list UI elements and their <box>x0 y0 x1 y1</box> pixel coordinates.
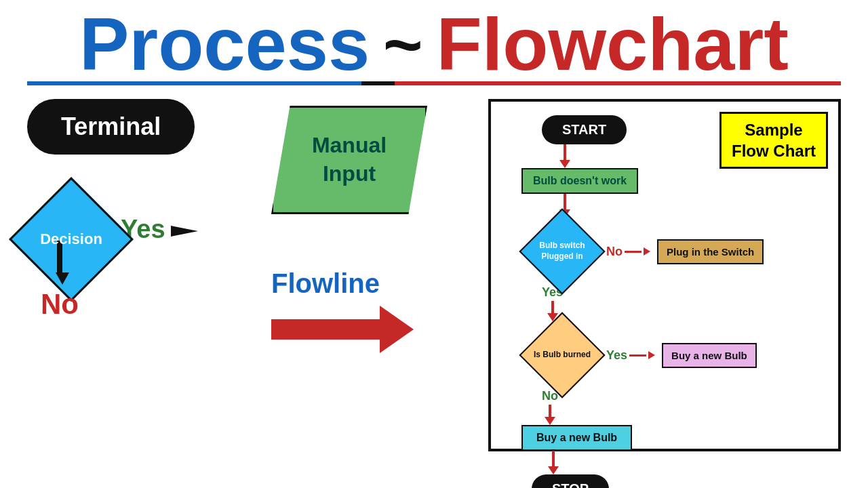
blue-rect: Buy a new Bulb <box>521 425 632 451</box>
title-process: Process <box>79 7 370 81</box>
blue-rect-container: Buy a new Bulb <box>521 425 632 451</box>
decision2-wrapper: Is Bulb burned <box>521 321 603 389</box>
h-line-yes2 <box>629 354 646 357</box>
no-label: No <box>41 288 79 321</box>
h-line-no1 <box>625 251 642 253</box>
arrow-rect-to-stop <box>552 451 555 468</box>
main-content: Terminal Decision No Yes Ma <box>0 85 868 465</box>
h-arrowhead-yes2 <box>648 351 655 359</box>
decision-label: Decision <box>27 195 115 283</box>
step1-rect: Bulb doesn't work <box>521 168 638 194</box>
stop-node: STOP <box>532 474 609 488</box>
no1-label: No <box>606 245 623 259</box>
decision-container: Decision No Yes <box>27 195 244 283</box>
arrow-head-icon <box>380 306 414 353</box>
decision2-label: Is Bulb burned <box>534 350 591 361</box>
terminal-container: Terminal <box>27 99 244 155</box>
arrow-start-to-step1 <box>564 144 566 161</box>
h-arrowhead-no1 <box>644 247 650 256</box>
header: Process ~ Flowchart <box>0 0 868 81</box>
yes2-label: Yes <box>606 348 627 363</box>
manual-input-shape: ManualInput <box>271 106 427 214</box>
middle-section: ManualInput Flowline <box>271 99 461 451</box>
arrow-d1-to-d2 <box>551 301 554 314</box>
flowline-label: Flowline <box>271 268 380 299</box>
decision1-row: Bulb switchPlugged in No Plug in the Swi… <box>521 218 764 285</box>
arrow-body <box>271 319 380 340</box>
plug-in-switch-box: Plug in the Switch <box>657 239 764 264</box>
step1-node: Bulb doesn't work <box>521 168 638 194</box>
start-oval: START <box>542 115 627 144</box>
manual-input-container: ManualInput <box>271 106 434 221</box>
tilde: ~ <box>383 10 422 78</box>
decision2-row: Is Bulb burned Yes Buy a new Bulb <box>521 321 757 389</box>
no1-arrow: No Plug in the Switch <box>606 239 764 264</box>
flowline-section: Flowline <box>271 268 414 353</box>
manual-input-label: ManualInput <box>312 131 387 188</box>
diamond-wrapper: Decision No <box>27 195 115 283</box>
start-node: START <box>542 115 627 144</box>
left-section: Terminal Decision No Yes <box>27 99 244 451</box>
decision1-wrapper: Bulb switchPlugged in <box>521 218 603 285</box>
arrow-right-icon <box>171 226 212 237</box>
yes2-arrow: Yes Buy a new Bulb <box>606 343 757 368</box>
no2-section: No <box>542 389 558 418</box>
decision1-label: Bulb switchPlugged in <box>539 241 585 262</box>
sample-flow-chart-label: Sample Flow Chart <box>719 112 828 169</box>
arrow-d2-to-rect <box>549 405 551 418</box>
arrow-step1-to-d1 <box>564 194 566 211</box>
header-underline <box>27 81 841 85</box>
title-flowchart: Flowchart <box>436 7 789 81</box>
flowchart-diagram: Sample Flow Chart START Bulb doesn't wor… <box>488 99 841 451</box>
terminal-shape: Terminal <box>27 99 195 155</box>
buy-bulb-side-box: Buy a new Bulb <box>662 343 757 368</box>
big-arrow-right <box>271 306 414 353</box>
stop-oval: STOP <box>532 474 609 488</box>
